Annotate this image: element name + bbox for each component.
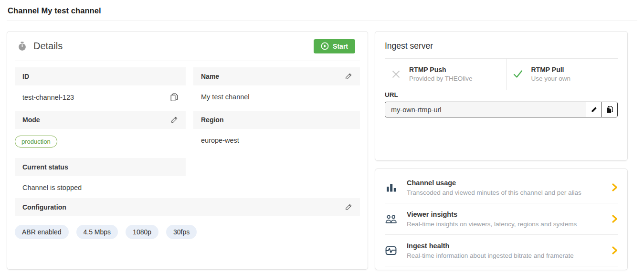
insight-item-ingest-health[interactable]: Ingest health Real-time information abou… <box>385 235 618 266</box>
field-status-label-bar: Current status <box>15 158 186 176</box>
field-id-label-bar: ID <box>15 67 186 85</box>
details-card-header: Details Start <box>7 32 368 61</box>
insight-description: Real-time information about ingested bit… <box>407 252 574 259</box>
field-configuration: Configuration ABR enabled 4.5 Mbps 1080p <box>15 198 360 239</box>
url-section: URL <box>375 90 627 117</box>
field-id: ID test-channel-123 <box>15 67 186 111</box>
insight-title: Channel usage <box>407 179 581 187</box>
insight-description: Real-time insights on viewers, latency, … <box>407 221 577 228</box>
chevron-right-icon <box>612 215 618 223</box>
chip-bitrate: 4.5 Mbps <box>76 225 118 239</box>
copy-id-button[interactable] <box>170 93 178 102</box>
ingest-options: RTMP Push Provided by THEOlive RTMP Pull… <box>375 59 627 90</box>
field-name: Name My test channel <box>193 67 360 111</box>
field-name-value: My test channel <box>201 93 250 101</box>
page-title: Channel My test channel <box>8 6 101 15</box>
grid-spacer <box>193 158 360 198</box>
pulse-monitor-icon <box>385 246 397 255</box>
edit-mode-button[interactable] <box>170 116 178 124</box>
field-region-label-bar: Region <box>193 111 360 129</box>
insight-title: Viewer insights <box>407 211 577 218</box>
ingest-server-card: Ingest server RTMP Push Provided by THEO… <box>375 31 628 161</box>
insights-card: Channel usage Transcoded and viewed minu… <box>375 169 628 270</box>
field-configuration-label-bar: Configuration <box>15 198 360 216</box>
copy-solid-icon <box>606 105 613 114</box>
field-region-label: Region <box>201 116 223 124</box>
option-rtmp-pull[interactable]: RTMP Pull Use your own <box>506 59 628 90</box>
rtmp-push-sublabel: Provided by THEOlive <box>409 75 473 82</box>
copy-url-button[interactable] <box>602 102 617 117</box>
field-id-value: test-channel-123 <box>22 94 74 101</box>
url-input[interactable] <box>385 102 586 117</box>
url-input-group <box>385 102 618 117</box>
people-icon <box>385 214 397 224</box>
configuration-chips: ABR enabled 4.5 Mbps 1080p 30fps <box>15 216 360 239</box>
edit-url-button[interactable] <box>586 102 602 117</box>
copy-icon <box>170 93 178 102</box>
url-label: URL <box>385 91 618 98</box>
main-content: Details Start ID test-channel-123 <box>0 21 644 270</box>
field-region-value: europe-west <box>201 137 239 144</box>
field-name-label-bar: Name <box>193 67 360 85</box>
check-icon <box>513 69 523 79</box>
chevron-right-icon <box>612 183 618 191</box>
play-circle-icon <box>321 42 329 50</box>
field-status: Current status Channel is stopped <box>15 158 186 198</box>
field-id-label: ID <box>22 73 29 80</box>
field-mode-label: Mode <box>22 116 40 124</box>
mode-badge: production <box>15 136 57 148</box>
chip-resolution: 1080p <box>126 225 158 239</box>
pencil-icon <box>170 116 178 124</box>
field-name-label: Name <box>201 73 219 80</box>
rtmp-push-label: RTMP Push <box>409 66 473 74</box>
pencil-solid-icon <box>591 106 598 113</box>
rtmp-pull-sublabel: Use your own <box>531 75 571 82</box>
rtmp-pull-label: RTMP Pull <box>531 66 571 74</box>
pencil-icon <box>345 203 352 211</box>
insight-item-viewer-insights[interactable]: Viewer insights Real-time insights on vi… <box>385 203 618 235</box>
edit-name-button[interactable] <box>345 73 352 80</box>
chevron-right-icon <box>612 246 618 254</box>
start-button[interactable]: Start <box>314 39 355 53</box>
right-column: Ingest server RTMP Push Provided by THEO… <box>375 31 628 270</box>
field-region: Region europe-west <box>193 111 360 158</box>
field-mode: Mode production <box>15 111 186 158</box>
field-mode-label-bar: Mode <box>15 111 186 129</box>
insight-item-channel-usage[interactable]: Channel usage Transcoded and viewed minu… <box>385 172 618 203</box>
stopwatch-icon <box>18 42 26 51</box>
chip-abr: ABR enabled <box>15 225 69 239</box>
details-card: Details Start ID test-channel-123 <box>7 31 368 270</box>
field-status-label: Current status <box>22 163 68 171</box>
insight-description: Transcoded and viewed minutes of this ch… <box>407 189 581 196</box>
details-fields-grid: ID test-channel-123 <box>7 61 368 239</box>
details-card-title: Details <box>33 41 63 52</box>
option-rtmp-push[interactable]: RTMP Push Provided by THEOlive <box>375 59 506 90</box>
field-status-value: Channel is stopped <box>22 184 82 191</box>
insight-title: Ingest health <box>407 242 574 250</box>
chip-framerate: 30fps <box>166 225 197 239</box>
bar-chart-icon <box>385 182 397 193</box>
ingest-server-title: Ingest server <box>375 32 627 58</box>
pencil-icon <box>345 73 352 80</box>
page-header: Channel My test channel <box>0 0 644 21</box>
edit-configuration-button[interactable] <box>345 203 352 211</box>
x-icon <box>391 69 401 79</box>
field-configuration-label: Configuration <box>22 203 66 211</box>
start-button-label: Start <box>333 42 348 50</box>
